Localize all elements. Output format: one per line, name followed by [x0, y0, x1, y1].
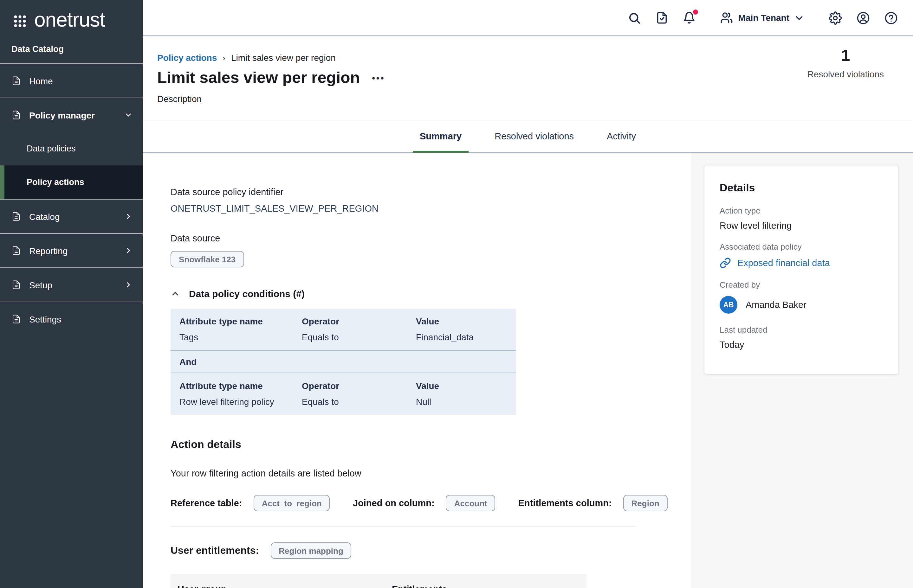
active-indicator [0, 165, 5, 199]
sidebar-item-policy-manager[interactable]: Policy manager [0, 98, 142, 132]
user-entitlements-chip: Region mapping [270, 543, 351, 559]
notifications-icon[interactable] [683, 11, 696, 24]
document-icon [11, 246, 21, 255]
title-menu-button[interactable]: ••• [372, 73, 385, 82]
sidebar: onetrust Data Catalog Home Policy manage… [0, 0, 142, 588]
and-operator: And [170, 351, 516, 373]
tab-activity[interactable]: Activity [605, 120, 638, 152]
main-area: Main Tenant Policy actions › Limit sa [142, 0, 913, 588]
joined-column-chip: Account [446, 495, 495, 511]
document-icon [11, 314, 21, 324]
user-entitlements-label: User entitlements: [170, 545, 259, 556]
condition-value: Null [416, 397, 507, 407]
sidebar-item-settings[interactable]: Settings [0, 302, 142, 336]
action-details-row: Reference table: Acct_to_region Joined o… [170, 495, 691, 511]
table-header-entitlements: Entitlements [392, 584, 586, 588]
sidebar-item-setup[interactable]: Setup [0, 268, 142, 302]
sidebar-nav: Home Policy manager Data policies [0, 63, 142, 336]
sidebar-item-policy-actions[interactable]: Policy actions [0, 165, 142, 199]
document-check-icon[interactable] [656, 11, 669, 24]
created-by-row: AB Amanda Baker [720, 296, 883, 313]
condition-attribute: Tags [180, 332, 302, 342]
condition-col-header: Operator [302, 316, 416, 326]
associated-policy-name: Exposed financial data [737, 258, 830, 268]
help-icon[interactable] [884, 11, 898, 24]
user-entitlements-row: User entitlements: Region mapping [170, 543, 691, 559]
sidebar-item-reporting[interactable]: Reporting [0, 234, 142, 268]
resolved-violations-count: 1 [808, 46, 884, 65]
action-details-title: Action details [170, 438, 691, 451]
chevron-right-icon [124, 281, 133, 289]
joined-column-label: Joined on column: [353, 498, 435, 508]
conditions-toggle[interactable]: Data policy conditions (#) [170, 288, 691, 299]
onetrust-app: onetrust Data Catalog Home Policy manage… [0, 0, 913, 588]
identifier-value: ONETRUST_LIMIT_SALES_VIEW_PER_REGION [170, 204, 691, 213]
document-icon [11, 76, 21, 86]
condition-col-header: Operator [302, 381, 416, 391]
top-header: Main Tenant [142, 0, 913, 36]
document-icon [11, 110, 21, 120]
brand-logo: onetrust [0, 0, 142, 37]
details-panel: Details Action type Row level filtering … [704, 165, 899, 375]
chevron-right-icon [124, 212, 133, 221]
sidebar-group-policy-manager: Policy manager Data policies Policy acti… [0, 98, 142, 200]
breadcrumb-link-policy-actions[interactable]: Policy actions [157, 53, 217, 63]
document-icon [11, 212, 21, 221]
breadcrumb-current: Limit sales view per region [231, 53, 336, 63]
app-grid-icon [13, 14, 27, 27]
collapse-icon[interactable] [170, 289, 180, 299]
tenant-label: Main Tenant [738, 13, 789, 23]
data-source-chip: Snowflake 123 [170, 251, 244, 267]
summary-content: Data source policy identifier ONETRUST_L… [142, 153, 691, 588]
table-header-user-group: User group [178, 584, 392, 588]
right-pane: Details Action type Row level filtering … [691, 153, 913, 588]
page: Policy actions › Limit sales view per re… [142, 36, 913, 588]
condition-attribute: Row level filtering policy [180, 397, 302, 407]
search-icon[interactable] [628, 11, 641, 24]
chevron-right-icon [124, 247, 133, 255]
product-title: Data Catalog [0, 37, 142, 63]
account-icon[interactable] [856, 11, 870, 24]
divider [170, 527, 635, 527]
breadcrumb: Policy actions › Limit sales view per re… [157, 36, 913, 63]
users-icon [720, 11, 733, 24]
notification-dot [693, 10, 698, 15]
link-icon [720, 257, 731, 269]
action-details-subtitle: Your row filtering action details are li… [170, 468, 691, 478]
sidebar-item-home[interactable]: Home [0, 64, 142, 98]
tenant-switcher[interactable]: Main Tenant [720, 11, 804, 24]
document-icon [11, 280, 21, 289]
condition-value: Financial_data [416, 332, 507, 342]
resolved-violations-label: Resolved violations [808, 69, 884, 79]
condition-operator: Equals to [302, 397, 416, 407]
table-header-row: User group Entitlements [170, 574, 586, 588]
associated-policy-label: Associated data policy [720, 242, 883, 252]
avatar: AB [720, 296, 737, 313]
condition-operator: Equals to [302, 332, 416, 342]
tab-bar: Summary Resolved violations Activity [142, 120, 913, 153]
tab-summary[interactable]: Summary [418, 120, 463, 152]
entitlements-column-chip: Region [623, 495, 668, 511]
last-updated-label: Last updated [720, 325, 883, 334]
conditions-title: Data policy conditions (#) [189, 288, 304, 299]
chevron-down-icon [795, 13, 804, 23]
settings-gear-icon[interactable] [829, 11, 842, 24]
page-body: Data source policy identifier ONETRUST_L… [142, 153, 913, 588]
sidebar-item-data-policies[interactable]: Data policies [0, 132, 142, 165]
description-label: Description [157, 94, 913, 104]
conditions-panel: Attribute type name Operator Value Tags … [170, 309, 516, 415]
entitlements-column-label: Entitlements column: [518, 498, 612, 508]
action-type-value: Row level filtering [720, 221, 883, 231]
screen: onetrust Data Catalog Home Policy manage… [0, 0, 913, 588]
condition-row: Attribute type name Operator Value Row l… [170, 373, 516, 415]
identifier-label: Data source policy identifier [170, 187, 691, 197]
action-type-label: Action type [720, 206, 883, 215]
created-by-name: Amanda Baker [746, 300, 806, 310]
created-by-label: Created by [720, 280, 883, 289]
chevron-down-icon [124, 111, 133, 119]
condition-col-header: Value [416, 381, 507, 391]
associated-policy-link[interactable]: Exposed financial data [720, 257, 883, 269]
sidebar-item-catalog[interactable]: Catalog [0, 200, 142, 234]
tab-resolved-violations[interactable]: Resolved violations [493, 120, 576, 152]
reference-table-chip: Acct_to_region [254, 495, 330, 511]
